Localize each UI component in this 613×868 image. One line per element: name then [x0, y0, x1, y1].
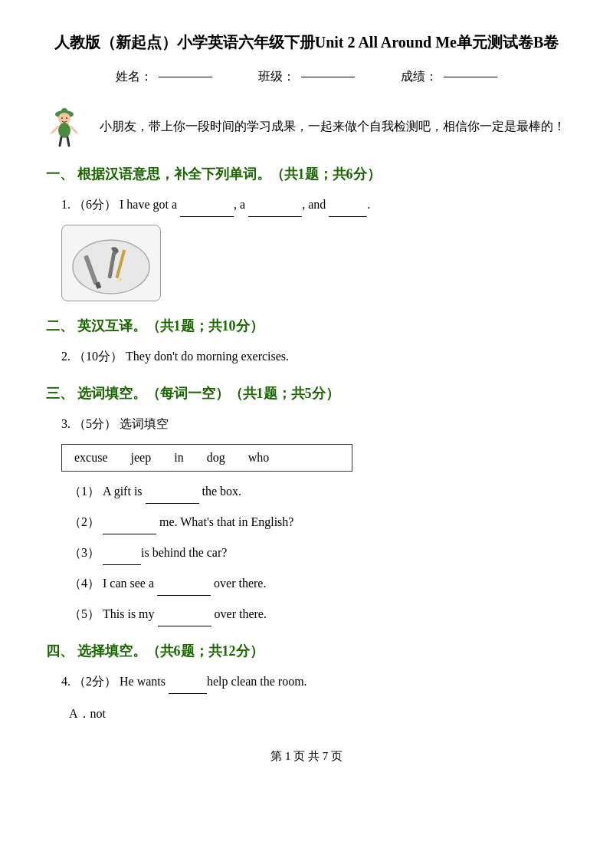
score-underline	[444, 77, 497, 77]
sub-blank1	[146, 503, 199, 504]
section1-title: 一、 根据汉语意思，补全下列单词。（共1题；共6分）	[46, 165, 567, 183]
name-field: 姓名：	[116, 69, 212, 85]
sub-q5: （5） This is my over there.	[69, 602, 567, 626]
sub-blank5	[158, 626, 211, 626]
intro-row: 小朋友，带上你一段时间的学习成果，一起来做个自我检测吧，相信你一定是最棒的！	[46, 104, 567, 150]
class-label: 班级：	[258, 69, 295, 85]
svg-line-8	[60, 137, 61, 146]
word-jeep: jeep	[131, 451, 152, 465]
page-title: 人教版（新起点）小学英语六年级下册Unit 2 All Around Me单元测…	[46, 31, 567, 54]
word-who: who	[248, 451, 270, 465]
tools-image	[61, 225, 161, 301]
sub-blank2	[103, 534, 156, 534]
sub-q1: （1） A gift is the box.	[69, 479, 567, 504]
section2-title: 二、 英汉互译。（共1题；共10分）	[46, 317, 567, 335]
sub-q3: （3） is behind the car?	[69, 541, 567, 565]
section4-title: 四、 选择填空。（共6题；共12分）	[46, 642, 567, 660]
question-1: 1. （6分） I have got a , a , and .	[61, 192, 567, 217]
svg-point-5	[58, 123, 70, 138]
name-underline	[159, 77, 212, 77]
class-field: 班级：	[258, 69, 355, 85]
word-box: excuse jeep in dog who	[61, 444, 352, 472]
q4-blank	[169, 693, 207, 694]
sub-blank4	[157, 595, 211, 596]
character-icon	[46, 104, 92, 150]
form-row: 姓名： 班级： 成绩：	[46, 69, 567, 85]
name-label: 姓名：	[116, 69, 152, 85]
question-3: 3. （5分） 选词填空	[61, 412, 567, 436]
score-field: 成绩：	[401, 69, 497, 85]
svg-line-7	[70, 127, 77, 133]
sub-q2: （2） me. What's that in English?	[69, 510, 567, 534]
q1-blank1	[180, 216, 234, 217]
svg-point-4	[66, 117, 67, 119]
word-in: in	[174, 451, 183, 465]
page-footer: 第 1 页 共 7 页	[46, 749, 567, 764]
intro-text: 小朋友，带上你一段时间的学习成果，一起来做个自我检测吧，相信你一定是最棒的！	[100, 119, 567, 135]
svg-line-6	[52, 127, 58, 133]
section3-title: 三、 选词填空。（每词一空）（共1题；共5分）	[46, 384, 567, 403]
score-label: 成绩：	[401, 69, 438, 85]
svg-point-3	[61, 117, 63, 119]
word-excuse: excuse	[74, 451, 108, 465]
option-a: A．not	[69, 702, 567, 726]
svg-line-9	[67, 137, 69, 146]
sub-blank3	[103, 564, 141, 565]
tools-icon	[65, 229, 157, 298]
q1-blank3	[329, 216, 367, 217]
word-dog: dog	[207, 451, 225, 465]
q1-blank2	[248, 216, 302, 217]
sub-q4: （4） I can see a over there.	[69, 571, 567, 596]
class-underline	[301, 77, 355, 77]
question-4: 4. （2分） He wants help clean the room.	[61, 669, 567, 694]
question-2: 2. （10分） They don't do morning exercises…	[61, 344, 567, 369]
